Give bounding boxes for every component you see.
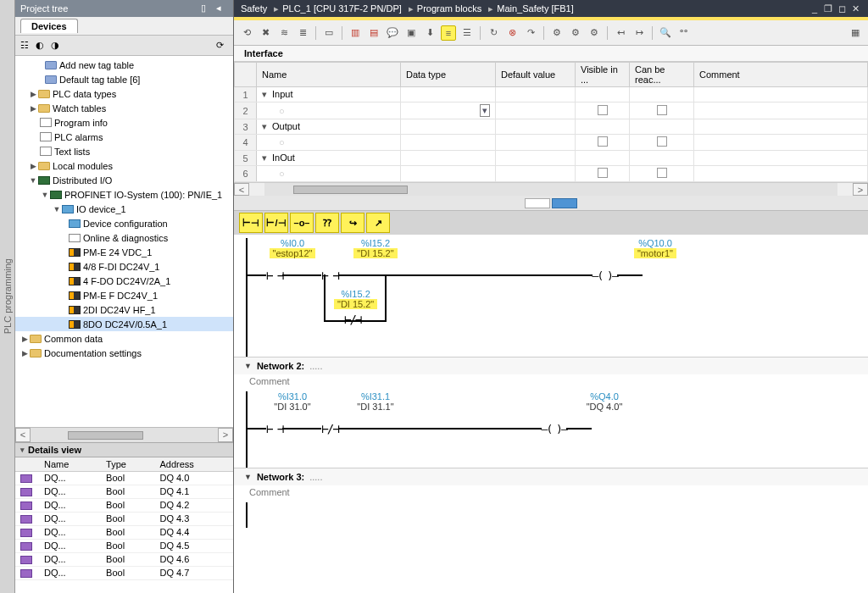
- col-name[interactable]: Name: [39, 457, 101, 471]
- tb-btn[interactable]: ⚙: [549, 25, 565, 41]
- nc-contact[interactable]: [321, 422, 337, 435]
- lad-coil[interactable]: –o–: [290, 213, 314, 233]
- lad-nc-contact[interactable]: ⊢/⊣: [264, 213, 288, 233]
- panel-collapse-icon[interactable]: ◂: [216, 3, 228, 14]
- tb-btn[interactable]: ✖: [258, 25, 273, 41]
- col-datatype[interactable]: Data type: [401, 63, 496, 87]
- tree-item-local-modules[interactable]: ▶Local modules: [15, 158, 233, 173]
- tb-btn[interactable]: ▤: [366, 25, 381, 41]
- checkbox[interactable]: [598, 105, 608, 115]
- tb-btn[interactable]: ▭: [321, 25, 337, 41]
- tree-item-module[interactable]: 2DI DC24V HF_1: [15, 302, 233, 317]
- tb-btn[interactable]: ☰: [459, 25, 475, 41]
- tag-name[interactable]: "DI 31.1": [353, 402, 397, 412]
- network-2-header[interactable]: ▼ Network 2: .....: [234, 357, 868, 374]
- tb-btn[interactable]: ᵒᵒ: [676, 25, 692, 41]
- network-1[interactable]: %I0.0"estop12" %I15.2"DI 15.2" %Q10.0"mo…: [239, 238, 868, 357]
- window-maximize-icon[interactable]: ◻: [836, 3, 848, 14]
- collapse-icon[interactable]: ▼: [41, 191, 49, 199]
- tag-name[interactable]: "DQ 4.0": [583, 402, 626, 412]
- tag-name[interactable]: "motor1": [634, 248, 676, 258]
- iface-row[interactable]: 6○: [235, 166, 868, 182]
- panel-pin-icon[interactable]: ▯: [201, 3, 213, 14]
- tb-btn[interactable]: ▥: [348, 25, 363, 41]
- crumb[interactable]: Main_Safety [FB1]: [497, 3, 574, 14]
- tag-name[interactable]: "estop12": [270, 248, 316, 258]
- table-row[interactable]: DQ...BoolDQ 4.6: [15, 552, 233, 566]
- lad-no-contact[interactable]: ⊢⊣: [239, 213, 263, 233]
- tree-item-distributed-io[interactable]: ▼Distributed I/O: [15, 173, 233, 187]
- tree-item-watch-tables[interactable]: ▶Watch tables: [15, 101, 233, 115]
- tree-item-text-lists[interactable]: Text lists: [15, 144, 233, 158]
- table-row[interactable]: DQ...BoolDQ 4.3: [15, 512, 233, 525]
- expand-icon[interactable]: ▶: [29, 90, 37, 98]
- tb-btn[interactable]: ↦: [632, 25, 647, 41]
- col-visible[interactable]: Visible in ...: [576, 63, 630, 87]
- tree-item-online-diag[interactable]: Online & diagnostics: [15, 230, 233, 245]
- checkbox[interactable]: [657, 105, 667, 115]
- tree-item-plc-alarms[interactable]: PLC alarms: [15, 130, 233, 144]
- tb-btn[interactable]: ▣: [403, 25, 419, 41]
- tag-name[interactable]: "DI 15.2": [353, 248, 397, 258]
- collapse-icon[interactable]: ▼: [244, 362, 252, 370]
- scroll-right-icon[interactable]: >: [853, 183, 868, 196]
- network-3[interactable]: [239, 502, 868, 528]
- network-comment[interactable]: Comment: [234, 374, 868, 391]
- iface-row[interactable]: 5▾InOut: [235, 151, 868, 166]
- iface-h-scrollbar[interactable]: < >: [234, 182, 868, 196]
- col-type[interactable]: Type: [101, 457, 154, 471]
- window-minimize-icon[interactable]: _: [809, 3, 821, 14]
- tree-item-program-info[interactable]: Program info: [15, 115, 233, 130]
- checkbox[interactable]: [657, 168, 667, 178]
- tree-item-common-data[interactable]: ▶Common data: [15, 331, 233, 346]
- coil[interactable]: [593, 269, 617, 282]
- tb-btn[interactable]: ↷: [523, 25, 538, 41]
- left-side-tab[interactable]: PLC programming: [0, 0, 15, 593]
- iface-row[interactable]: 1▾Input: [235, 87, 868, 103]
- col-name[interactable]: Name: [257, 63, 401, 87]
- datatype-dropdown-icon[interactable]: ▾: [480, 104, 490, 117]
- collapse-icon[interactable]: ▼: [29, 176, 37, 185]
- ladder-editor[interactable]: %I0.0"estop12" %I15.2"DI 15.2" %Q10.0"mo…: [234, 235, 868, 593]
- splitter-tabstrip[interactable]: [234, 196, 868, 211]
- crumb[interactable]: PLC_1 [CPU 317F-2 PN/DP]: [282, 3, 402, 14]
- tree-item-documentation-settings[interactable]: ▶Documentation settings: [15, 346, 233, 360]
- lad-branch-open[interactable]: ↪: [341, 213, 364, 233]
- details-table[interactable]: NameTypeAddress DQ...BoolDQ 4.0DQ...Bool…: [15, 457, 233, 580]
- lad-box[interactable]: ⁇: [315, 213, 339, 233]
- tb-btn[interactable]: ⊗: [504, 25, 520, 41]
- details-view-header[interactable]: Details view: [15, 442, 233, 457]
- tree-item-io-device-1[interactable]: ▼IO device_1: [15, 202, 233, 216]
- checkbox[interactable]: [657, 136, 667, 147]
- no-contact[interactable]: [266, 422, 282, 435]
- table-row[interactable]: DQ...BoolDQ 4.2: [15, 498, 233, 512]
- table-row[interactable]: DQ...BoolDQ 4.0: [15, 471, 233, 485]
- collapse-icon[interactable]: ▼: [244, 473, 252, 481]
- tb-btn[interactable]: 💬: [385, 25, 400, 41]
- iface-row[interactable]: 3▾Output: [235, 119, 868, 135]
- lad-branch-close[interactable]: ↗: [366, 213, 390, 233]
- refresh-icon[interactable]: ⟳: [216, 40, 228, 52]
- tb-btn[interactable]: ▦: [848, 25, 863, 41]
- nav-back-icon[interactable]: ◐: [36, 40, 47, 52]
- table-row[interactable]: DQ...BoolDQ 4.4: [15, 525, 233, 539]
- nc-contact[interactable]: [344, 313, 360, 326]
- expand-icon[interactable]: ▶: [29, 162, 37, 170]
- iface-row[interactable]: 4○: [235, 135, 868, 151]
- network-view-icon[interactable]: ☷: [20, 40, 32, 52]
- window-close-icon[interactable]: ✕: [849, 3, 861, 14]
- project-tree[interactable]: Add new tag table Default tag table [6] …: [15, 56, 233, 427]
- tree-h-scrollbar[interactable]: < >: [15, 427, 233, 442]
- expand-icon[interactable]: ▶: [20, 349, 29, 357]
- tb-btn[interactable]: ⟲: [239, 25, 254, 41]
- tree-item-profinet-system[interactable]: ▼PROFINET IO-System (100): PN/IE_1: [15, 187, 233, 202]
- tb-btn[interactable]: ≣: [295, 25, 310, 41]
- split-down-icon[interactable]: [552, 198, 577, 208]
- tb-btn[interactable]: ⚙: [587, 25, 602, 41]
- table-row[interactable]: DQ...BoolDQ 4.5: [15, 539, 233, 552]
- crumb[interactable]: Program blocks: [417, 3, 481, 14]
- tb-btn[interactable]: ↤: [613, 25, 628, 41]
- coil[interactable]: [542, 423, 566, 435]
- interface-table[interactable]: Name Data type Default value Visible in …: [234, 62, 868, 182]
- col-default[interactable]: Default value: [496, 63, 576, 87]
